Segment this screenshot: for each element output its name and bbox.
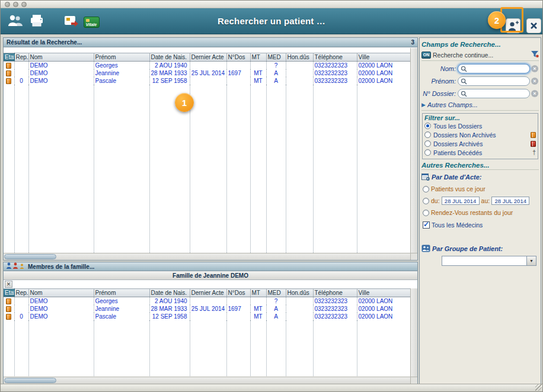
radio-button[interactable] (424, 123, 431, 129)
print-button[interactable] (28, 13, 46, 31)
radio-button[interactable] (424, 149, 431, 156)
column-header-nom[interactable]: Nom (28, 53, 94, 62)
dropdown-arrow-icon[interactable]: ▼ (526, 256, 536, 266)
nom-input[interactable] (468, 65, 527, 72)
continuous-search-row[interactable]: ON Recherche continue... (421, 50, 539, 61)
column-header-telephone[interactable]: Téléphone (313, 289, 357, 297)
column-header-etat[interactable]: Etat (4, 53, 14, 62)
patient-row[interactable]: DEMOJeannine28 MAR 193325 JUL 20141697MT… (4, 305, 410, 313)
radio-button[interactable] (424, 140, 431, 147)
radio-button[interactable] (424, 131, 431, 138)
column-header-hon_dus[interactable]: Hon.dûs (286, 289, 313, 297)
close-window-button[interactable] (525, 17, 542, 34)
column-header-nom[interactable]: Nom (28, 289, 94, 297)
prenom-input[interactable] (468, 78, 527, 85)
rdv-restants-row[interactable]: Rendez-Vous restants du jour (423, 208, 539, 217)
app-window: Rechercher un patient … (0, 0, 543, 392)
results-vertical-scrollbar[interactable] (410, 48, 417, 253)
patients-vus-row[interactable]: Patients vus ce jour (423, 184, 539, 194)
column-header-rep[interactable]: Rep. (14, 289, 28, 297)
du-au-row[interactable]: du: au: (423, 196, 539, 205)
patient-row[interactable]: DEMOGeorges2 AOU 1940?032323232302000 LA… (4, 62, 410, 70)
cell-hon_dus (286, 305, 313, 313)
column-header-n_dos[interactable]: N°Dos (226, 53, 250, 62)
family-horizontal-scrollbar[interactable] (4, 377, 410, 384)
scrollbar-thumb[interactable] (4, 378, 56, 383)
family-close-icon[interactable]: ✕ (5, 281, 12, 288)
column-header-dernier_acte[interactable]: Dernier Acte (190, 289, 226, 297)
radio-patients-vus[interactable] (423, 186, 429, 192)
tous-medecins-checkbox[interactable] (423, 221, 430, 229)
cell-ville: 02000 LAON (357, 305, 410, 313)
family-vertical-scrollbar[interactable] (410, 288, 417, 377)
filter-funnel-icon[interactable] (531, 50, 539, 59)
patient-row[interactable]: DEMOJeannine28 MAR 193325 JUL 20141697MT… (4, 69, 410, 77)
tous-medecins-row[interactable]: Tous les Médecins (423, 220, 539, 230)
column-header-date_naissance[interactable]: Date de Nais. (149, 53, 190, 62)
column-header-rep[interactable]: Rep. (14, 53, 28, 62)
column-header-date_naissance[interactable]: Date de Nais. (149, 289, 190, 297)
scrollbar-thumb[interactable] (4, 254, 56, 259)
window-minimize-button[interactable] (13, 2, 18, 7)
column-header-med[interactable]: MED (266, 53, 286, 62)
date-du-input[interactable] (442, 197, 480, 205)
radio-date-range[interactable] (423, 198, 429, 204)
clear-dossier-icon[interactable]: × (531, 90, 538, 97)
patient-row[interactable]: 0DEMOPascale12 SEP 1958MTA03232323230200… (4, 313, 410, 320)
book-red-icon (531, 141, 536, 147)
patients-list-button[interactable] (7, 13, 24, 31)
column-header-prenom[interactable]: Prénom (94, 53, 149, 62)
column-header-etat[interactable]: Etat (4, 289, 14, 297)
patient-group-combobox[interactable]: ▼ (442, 256, 536, 266)
dossier-search-field[interactable] (458, 89, 530, 98)
clear-nom-icon[interactable]: × (531, 65, 538, 72)
window-close-button[interactable] (5, 2, 10, 7)
column-header-ville[interactable]: Ville (357, 289, 410, 297)
dossier-input[interactable] (468, 90, 527, 97)
filter-option[interactable]: Dossiers Non Archivés (424, 130, 536, 139)
column-header-med[interactable]: MED (266, 289, 286, 297)
nom-search-field[interactable] (458, 64, 530, 73)
filter-option[interactable]: Tous les Dossiers (424, 121, 536, 130)
filter-box: Filtrer sur... Tous les DossiersDossiers… (422, 113, 538, 159)
date-au-input[interactable] (491, 197, 529, 205)
column-header-n_dos[interactable]: N°Dos (226, 289, 250, 297)
disclosure-triangle-icon[interactable]: ▶ (421, 102, 426, 108)
cell-mt: MT (250, 69, 266, 77)
add-patient-button[interactable] (504, 17, 522, 34)
continuous-search-label: Recherche continue... (433, 52, 493, 59)
patient-group-icon (421, 245, 430, 253)
cell-rep: 0 (14, 77, 28, 85)
filter-option[interactable]: Dossiers Archivés (424, 139, 536, 148)
window-zoom-button[interactable] (21, 2, 27, 7)
patient-row[interactable]: DEMOGeorges2 AOU 1940?032323232302000 LA… (4, 297, 410, 306)
prenom-search-field[interactable] (458, 76, 530, 86)
filter-option[interactable]: Patients Décédés† (424, 148, 536, 157)
column-header-ville[interactable]: Ville (357, 53, 410, 62)
column-header-telephone[interactable]: Téléphone (313, 53, 357, 62)
cell-date_naissance: 28 MAR 1933 (149, 305, 190, 313)
column-header-dernier_acte[interactable]: Dernier Acte (190, 53, 226, 62)
prenom-field-row: Prénom: × (421, 76, 539, 86)
column-header-mt[interactable]: MT (250, 53, 266, 62)
autres-champs-row[interactable]: ▶ Autres Champs... (421, 101, 539, 111)
patient-row[interactable]: 0DEMOPascale12 SEP 1958MTA03232323230200… (4, 77, 410, 85)
combobox-field[interactable] (442, 256, 526, 266)
card-reader-button[interactable] (62, 13, 80, 31)
cell-etat (4, 297, 14, 306)
column-header-prenom[interactable]: Prénom (94, 289, 149, 297)
results-horizontal-scrollbar[interactable] (4, 253, 410, 260)
vitale-card-button[interactable]: Vitale (82, 13, 100, 31)
radio-rdv-restants[interactable] (423, 210, 429, 216)
results-panel-title: Résultat de la Recherche... (7, 39, 82, 46)
column-header-mt[interactable]: MT (250, 289, 266, 297)
clear-prenom-icon[interactable]: × (531, 78, 538, 85)
continuous-search-toggle-icon[interactable]: ON (421, 52, 431, 59)
cell-telephone: 0323232323 (313, 62, 357, 70)
column-header-hon_dus[interactable]: Hon.dûs (286, 53, 313, 62)
resize-grip[interactable] (535, 384, 542, 391)
scroll-corner (410, 377, 417, 384)
cell-n_dos: 1697 (226, 69, 250, 77)
deceased-dagger-icon: † (532, 149, 536, 156)
filter-option-label: Dossiers Archivés (433, 140, 483, 147)
